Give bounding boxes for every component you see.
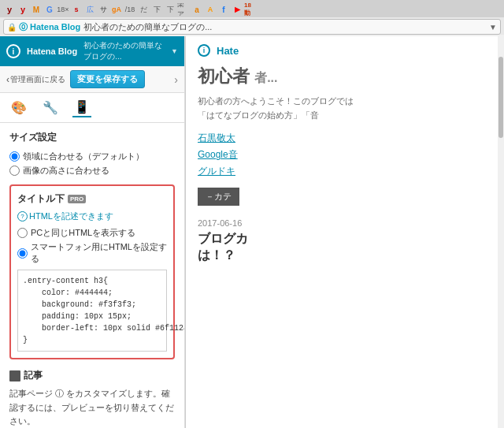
html-display-radios: PCと同じHTMLを表示する スマートフォン用にHTMLを設定する: [17, 227, 167, 265]
preview-category-link[interactable]: グルドキ: [198, 165, 492, 178]
tab-paint-icon[interactable]: 🎨: [9, 99, 28, 117]
collapse-panel-button[interactable]: ›: [174, 73, 178, 86]
preview-hatena-logo: i: [198, 44, 210, 57]
favicon-youtube[interactable]: ▶: [231, 3, 243, 16]
main-layout: i Hatena Blog 初心者のための簡単なブログの... ▼ 管理画面に戻…: [0, 36, 504, 428]
back-to-admin-link[interactable]: 管理画面に戻る: [6, 74, 65, 85]
size-radio-item-2: 画像の高さに合わせる: [9, 165, 175, 177]
preview-header: i Hate: [198, 44, 492, 57]
scrollbar-thumb[interactable]: [498, 57, 503, 139]
preview-google-link[interactable]: Google音: [198, 148, 492, 162]
hatena-logo-small: ⓪ Hatena Blog: [19, 21, 80, 33]
title-under-section: タイトル下 PRO ? HTMLを記述できます PCと同じHTMLを表示する ス…: [9, 184, 175, 359]
html-radio-pc[interactable]: [17, 228, 28, 238]
subtitle-dropdown-icon[interactable]: ▼: [171, 47, 178, 55]
preview-blog-title-extra: 者...: [254, 71, 277, 84]
preview-date: 2017-06-16: [198, 218, 492, 228]
favicon-18[interactable]: 18動: [244, 3, 257, 16]
right-panel-scrollbar[interactable]: [498, 36, 504, 428]
save-button[interactable]: 変更を保存する: [70, 70, 145, 88]
html-radio-sp[interactable]: [17, 248, 28, 259]
html-help-text: HTMLを記述できます: [29, 210, 113, 222]
tab-bar: y y M G 18× s 広 サ gA /18 だ 下 下 楽ア a A f …: [0, 0, 504, 17]
favicon-y2[interactable]: y: [17, 3, 29, 16]
address-bar[interactable]: 🔒 ⓪ Hatena Blog 初心者のための簡単なブログの... ▼: [3, 19, 501, 35]
address-dropdown-arrow[interactable]: ▼: [489, 23, 497, 32]
favicon-app4[interactable]: だ: [137, 3, 150, 16]
preview-blog-desc: 初心者の方へようこそ！このブログでは 「はてなブログの始め方」「音: [198, 95, 492, 122]
size-settings-radios: 領域に合わせる（デフォルト） 画像の高さに合わせる: [9, 151, 175, 177]
lock-icon: 🔒: [7, 23, 17, 32]
size-radio-item-1: 領域に合わせる（デフォルト）: [9, 151, 175, 162]
preview-desc-line1: 初心者の方へようこそ！このブログでは: [198, 96, 354, 106]
title-under-text: タイトル下: [17, 192, 65, 206]
article-section-title: 記事: [24, 369, 43, 382]
favicon-app1[interactable]: 広: [83, 3, 96, 16]
hatena-header: i Hatena Blog 初心者のための簡単なブログの... ▼: [0, 36, 184, 66]
favicon-app7[interactable]: 楽ア: [177, 3, 190, 16]
tab-icons: 🎨 🔧 📱: [0, 93, 184, 123]
html-radio-sp-label: スマートフォン用にHTMLを設定する: [31, 241, 167, 265]
html-radio-pc-label: PCと同じHTMLを表示する: [31, 227, 135, 239]
right-panel: i Hate 初心者 者... 初心者の方へようこそ！このブログでは 「はてなブ…: [186, 36, 504, 428]
favicon-ga[interactable]: gA: [110, 3, 123, 16]
preview-blog-title: 初心者 者...: [198, 65, 492, 88]
size-settings-title: サイズ設定: [9, 131, 175, 144]
favicon-m[interactable]: M: [30, 3, 43, 16]
preview-author-link[interactable]: 石黒敬太: [198, 132, 492, 145]
article-section-header: 記事: [9, 369, 175, 382]
size-radio-1[interactable]: [9, 151, 20, 162]
preview-logo-text: Hate: [217, 45, 239, 57]
title-under-label: タイトル下 PRO: [17, 192, 167, 206]
preview-article-title-text: ブログカ: [198, 232, 248, 245]
hatena-blog-name: Hatena Blog: [27, 47, 77, 56]
browser-chrome: y y M G 18× s 広 サ gA /18 だ 下 下 楽ア a A f …: [0, 0, 504, 35]
hatena-logo: i: [6, 44, 20, 58]
favicon-g[interactable]: G: [43, 3, 56, 16]
favicon-a[interactable]: a: [191, 3, 203, 16]
css-code-area[interactable]: .entry-content h3{ color: #444444; backg…: [17, 270, 167, 352]
favicon-18x[interactable]: 18×: [57, 3, 69, 16]
favicon-app5[interactable]: 下: [150, 3, 163, 16]
html-radio-item-2: スマートフォン用にHTMLを設定する: [17, 241, 167, 265]
tab-wrench-icon[interactable]: 🔧: [41, 99, 60, 117]
favicon-app2[interactable]: サ: [97, 3, 109, 16]
panel-content: サイズ設定 領域に合わせる（デフォルト） 画像の高さに合わせる タイトル下 PR…: [0, 123, 184, 428]
favicon-fb[interactable]: f: [217, 3, 230, 16]
article-description: 記事ページ ⓘ をカスタマイズします。確認するには、プレビューを切り替えてくださ…: [9, 387, 175, 428]
help-circle-icon: ?: [17, 211, 28, 221]
preview-category-button[interactable]: －カテ: [198, 188, 239, 206]
preview-logo-circle: i: [198, 44, 210, 57]
preview-desc-line2: 「はてなブログの始め方」「音: [198, 110, 319, 120]
address-text: 初心者のための簡単なブログの...: [83, 21, 489, 33]
preview-article-subtitle: は！？: [198, 248, 235, 262]
favicon-s[interactable]: s: [70, 3, 83, 16]
favicon-app3[interactable]: /18: [124, 3, 136, 16]
size-radio-label-1: 領域に合わせる（デフォルト）: [23, 151, 144, 162]
preview-content: i Hate 初心者 者... 初心者の方へようこそ！このブログでは 「はてなブ…: [186, 36, 504, 428]
left-panel: i Hatena Blog 初心者のための簡単なブログの... ▼ 管理画面に戻…: [0, 36, 185, 428]
hatena-logo-letter: i: [13, 47, 15, 56]
tab-phone-icon[interactable]: 📱: [72, 98, 91, 117]
article-section: 記事 記事ページ ⓘ をカスタマイズします。確認するには、プレビューを切り替えて…: [9, 369, 175, 428]
favicon-amazon[interactable]: A: [204, 3, 217, 16]
control-bar: 管理画面に戻る 変更を保存する ›: [0, 66, 184, 93]
favicon-y[interactable]: y: [3, 3, 16, 16]
article-icon-square: [9, 370, 20, 381]
size-radio-2[interactable]: [9, 166, 20, 176]
preview-article-title: ブログカ は！？: [198, 231, 492, 264]
hatena-logo-circle: i: [6, 44, 20, 58]
preview-blog-title-text: 初心者: [198, 66, 250, 86]
hatena-blog-subtitle: 初心者のための簡単なブログの...: [83, 40, 165, 62]
size-radio-label-2: 画像の高さに合わせる: [23, 165, 109, 177]
favicons-row: y y M G 18× s 広 サ gA /18 だ 下 下 楽ア a A f …: [3, 3, 257, 16]
html-radio-item-1: PCと同じHTMLを表示する: [17, 227, 167, 239]
pro-badge: PRO: [68, 195, 86, 203]
html-help-link[interactable]: ? HTMLを記述できます: [17, 210, 167, 222]
favicon-app6[interactable]: 下: [164, 3, 176, 16]
